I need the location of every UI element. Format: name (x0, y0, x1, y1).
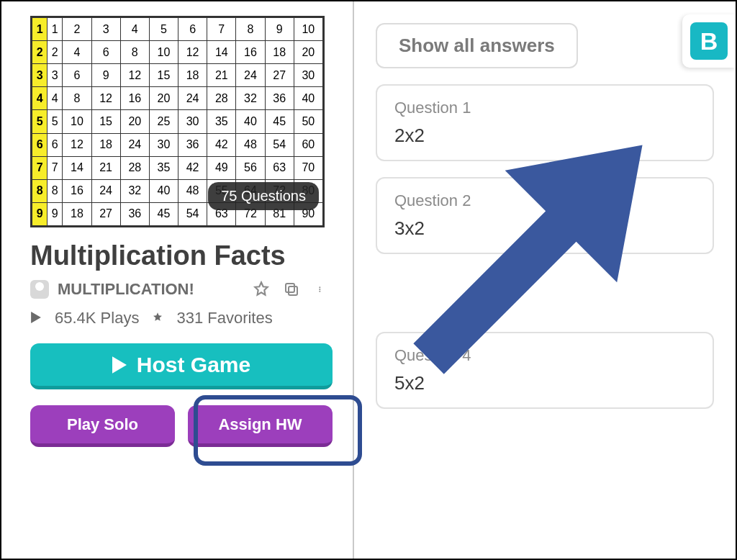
table-cell: 56 (236, 156, 265, 179)
table-cell: 9 (91, 64, 120, 87)
table-cell: 12 (120, 64, 149, 87)
author-avatar (30, 280, 49, 299)
table-cell: 6 (48, 133, 63, 156)
table-cell: 7 (207, 18, 236, 41)
table-cell: 25 (149, 110, 178, 133)
table-cell: 50 (294, 110, 322, 133)
question-card[interactable]: Question 12x2 (376, 84, 714, 161)
play-solo-button[interactable]: Play Solo (30, 405, 175, 447)
table-cell: 1 (32, 18, 48, 41)
table-cell: 36 (178, 133, 207, 156)
table-cell: 40 (149, 179, 178, 202)
table-cell: 18 (178, 64, 207, 87)
table-cell: 5 (48, 110, 63, 133)
table-cell: 10 (294, 18, 322, 41)
question-count-badge: 75 Questions (208, 182, 319, 210)
table-cell: 15 (91, 110, 120, 133)
table-cell: 2 (48, 41, 63, 64)
table-cell: 4 (32, 87, 48, 110)
table-cell: 12 (91, 87, 120, 110)
table-cell: 27 (91, 202, 120, 225)
table-cell: 28 (207, 87, 236, 110)
table-cell: 49 (207, 156, 236, 179)
brand-logo-tab[interactable]: B (682, 14, 736, 68)
question-number: Question 2 (394, 191, 695, 210)
question-number: Question 1 (394, 99, 695, 117)
table-cell: 40 (236, 110, 265, 133)
question-text: 5x2 (394, 372, 695, 394)
table-cell: 24 (120, 133, 149, 156)
table-cell: 12 (63, 133, 91, 156)
table-cell: 24 (91, 179, 120, 202)
author-name: MULTIPLICATION! (58, 280, 194, 299)
table-cell: 2 (63, 18, 91, 41)
table-cell: 5 (32, 110, 48, 133)
table-cell: 70 (294, 156, 322, 179)
table-cell: 36 (265, 87, 294, 110)
table-cell: 35 (207, 110, 236, 133)
table-cell: 14 (207, 41, 236, 64)
table-cell: 28 (120, 156, 149, 179)
table-cell: 7 (48, 156, 63, 179)
table-cell: 15 (149, 64, 178, 87)
question-card[interactable]: Question 23x2 (376, 177, 714, 254)
table-cell: 40 (294, 87, 322, 110)
host-game-label: Host Game (137, 353, 250, 377)
table-cell: 20 (149, 87, 178, 110)
play-icon (30, 309, 42, 328)
quiz-summary-pane: 1123456789102246810121416182033691215182… (1, 1, 354, 559)
table-cell: 20 (294, 41, 322, 64)
table-cell: 14 (63, 156, 91, 179)
table-cell: 20 (120, 110, 149, 133)
table-cell: 16 (236, 41, 265, 64)
quiz-preview-image: 1123456789102246810121416182033691215182… (30, 16, 325, 227)
favorites-count: 331 Favorites (176, 309, 272, 328)
favorite-star-icon[interactable] (250, 279, 272, 300)
svg-rect-1 (286, 284, 294, 292)
table-cell: 4 (63, 41, 91, 64)
table-cell: 8 (32, 179, 48, 202)
table-cell: 16 (63, 179, 91, 202)
table-cell: 6 (91, 41, 120, 64)
table-cell: 36 (120, 202, 149, 225)
question-card[interactable]: Question 45x2 (376, 332, 714, 409)
table-cell: 48 (178, 179, 207, 202)
host-game-button[interactable]: Host Game (30, 343, 333, 389)
svg-point-3 (319, 289, 320, 290)
quiz-title: Multiplication Facts (30, 240, 333, 271)
table-cell: 5 (149, 18, 178, 41)
svg-rect-0 (289, 286, 297, 295)
show-all-answers-button[interactable]: Show all answers (376, 23, 578, 68)
table-cell: 6 (32, 133, 48, 156)
brand-logo-icon: B (690, 22, 728, 60)
more-menu-icon[interactable] (311, 279, 333, 300)
table-cell: 27 (265, 64, 294, 87)
svg-point-4 (319, 291, 320, 292)
table-cell: 8 (48, 179, 63, 202)
table-cell: 9 (32, 202, 48, 225)
table-cell: 63 (265, 156, 294, 179)
table-cell: 8 (120, 41, 149, 64)
table-cell: 7 (32, 156, 48, 179)
question-number: Question 4 (394, 346, 695, 365)
table-cell: 18 (91, 133, 120, 156)
table-cell: 21 (91, 156, 120, 179)
table-cell: 3 (32, 64, 48, 87)
table-cell: 18 (63, 202, 91, 225)
table-cell: 30 (178, 110, 207, 133)
svg-point-2 (319, 286, 320, 288)
table-cell: 3 (91, 18, 120, 41)
question-text: 3x2 (394, 217, 695, 240)
table-cell: 4 (48, 87, 63, 110)
table-cell: 48 (236, 133, 265, 156)
table-cell: 18 (265, 41, 294, 64)
table-cell: 42 (207, 133, 236, 156)
table-cell: 32 (120, 179, 149, 202)
assign-hw-button[interactable]: Assign HW (188, 405, 333, 447)
questions-pane: Show all answers Question 12x2Question 2… (354, 1, 736, 559)
table-cell: 9 (48, 202, 63, 225)
table-cell: 21 (207, 64, 236, 87)
table-cell: 4 (120, 18, 149, 41)
copy-icon[interactable] (281, 279, 302, 300)
table-cell: 45 (265, 110, 294, 133)
